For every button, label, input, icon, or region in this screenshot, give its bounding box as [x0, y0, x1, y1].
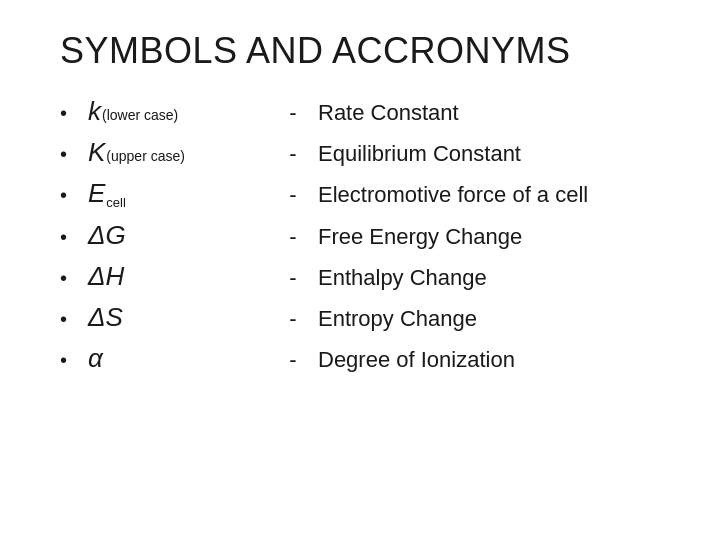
- symbol-column: Ecell: [88, 178, 268, 210]
- list-item: •k(lower case)-Rate Constant: [60, 96, 660, 127]
- page-container: SYMBOLS AND ACCRONYMS •k(lower case)-Rat…: [0, 0, 720, 540]
- dash-separator: -: [268, 306, 318, 332]
- bullet-icon: •: [60, 184, 88, 207]
- dash-separator: -: [268, 347, 318, 373]
- symbol-column: α: [88, 343, 268, 374]
- dash-separator: -: [268, 182, 318, 208]
- list-item: •K(upper case)-Equilibrium Constant: [60, 137, 660, 168]
- definition-text: Rate Constant: [318, 100, 660, 126]
- symbol-main: E: [88, 178, 105, 208]
- definition-text: Equilibrium Constant: [318, 141, 660, 167]
- symbol-sub: (upper case): [106, 148, 185, 164]
- bullet-icon: •: [60, 267, 88, 290]
- symbol-sub: cell: [106, 195, 126, 210]
- list-item: •ΔS-Entropy Change: [60, 302, 660, 333]
- symbol-main: k: [88, 96, 101, 126]
- page-title: SYMBOLS AND ACCRONYMS: [60, 30, 660, 72]
- symbol-main: ΔS: [88, 302, 123, 332]
- definition-text: Degree of Ionization: [318, 347, 660, 373]
- symbols-list: •k(lower case)-Rate Constant•K(upper cas…: [60, 96, 660, 374]
- symbol-column: ΔG: [88, 220, 268, 251]
- symbol-column: k(lower case): [88, 96, 268, 127]
- list-item: •ΔG-Free Energy Change: [60, 220, 660, 251]
- bullet-icon: •: [60, 349, 88, 372]
- bullet-icon: •: [60, 102, 88, 125]
- bullet-icon: •: [60, 308, 88, 331]
- definition-text: Enthalpy Change: [318, 265, 660, 291]
- symbol-main: ΔG: [88, 220, 126, 250]
- list-item: •ΔH-Enthalpy Change: [60, 261, 660, 292]
- dash-separator: -: [268, 224, 318, 250]
- definition-text: Free Energy Change: [318, 224, 660, 250]
- symbol-column: ΔS: [88, 302, 268, 333]
- symbol-main: ΔH: [88, 261, 124, 291]
- symbol-column: ΔH: [88, 261, 268, 292]
- definition-text: Electromotive force of a cell: [318, 182, 660, 208]
- dash-separator: -: [268, 141, 318, 167]
- symbol-main: K: [88, 137, 105, 167]
- dash-separator: -: [268, 100, 318, 126]
- symbol-sub: (lower case): [102, 107, 178, 123]
- list-item: •Ecell-Electromotive force of a cell: [60, 178, 660, 210]
- list-item: •α-Degree of Ionization: [60, 343, 660, 374]
- bullet-icon: •: [60, 143, 88, 166]
- symbol-main: α: [88, 343, 103, 373]
- definition-text: Entropy Change: [318, 306, 660, 332]
- symbol-column: K(upper case): [88, 137, 268, 168]
- bullet-icon: •: [60, 226, 88, 249]
- dash-separator: -: [268, 265, 318, 291]
